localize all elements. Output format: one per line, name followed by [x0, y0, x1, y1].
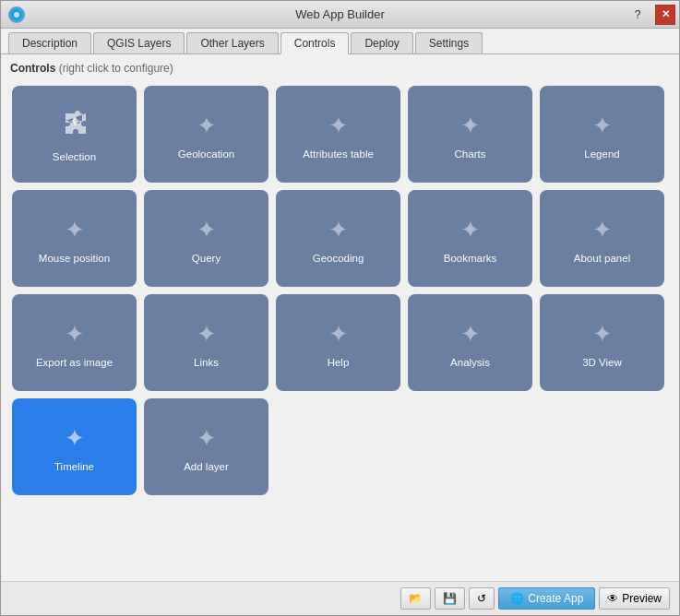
puzzle-icon-links: ✦: [197, 319, 217, 349]
puzzle-icon-help: ✦: [328, 319, 349, 349]
preview-label: Preview: [622, 592, 662, 605]
control-label-bookmarks: Bookmarks: [444, 252, 497, 266]
puzzle-icon-export: ✦: [65, 319, 85, 349]
control-label-legend: Legend: [584, 148, 619, 161]
tabs-bar: Description QGIS Layers Other Layers Con…: [1, 29, 679, 54]
create-app-button[interactable]: 🌐 Create App: [498, 587, 595, 610]
puzzle-icon-geolocation: ✦: [197, 111, 217, 140]
control-3d-view[interactable]: ✦ 3D View: [540, 294, 664, 391]
control-mouse-position[interactable]: ✦ Mouse position: [12, 190, 137, 287]
main-window: Web App Builder ? ✕ Description QGIS Lay…: [0, 0, 680, 616]
open-icon: 📂: [409, 592, 423, 605]
control-geolocation[interactable]: ✦ Geolocation: [144, 86, 268, 183]
control-label-export: Export as image: [36, 356, 113, 370]
control-label-charts: Charts: [455, 148, 486, 161]
puzzle-icon-legend: ✦: [592, 111, 613, 140]
control-legend[interactable]: ✦ Legend: [540, 86, 664, 183]
control-help[interactable]: ✦ Help: [276, 294, 400, 391]
control-label-timeline: Timeline: [54, 460, 94, 474]
title-controls: ? ✕: [655, 5, 675, 25]
puzzle-icon-analysis: ✦: [460, 319, 481, 349]
open-button[interactable]: 📂: [400, 587, 431, 610]
app-icon: [8, 6, 25, 23]
control-selection[interactable]: ✦ Selection: [12, 86, 137, 183]
preview-button[interactable]: 👁 Preview: [599, 587, 670, 610]
tab-settings[interactable]: Settings: [415, 32, 483, 53]
control-label-selection: Selection: [53, 150, 96, 164]
controls-grid: ✦ Selection ✦ Geolocation ✦ Attributes t…: [10, 82, 666, 499]
save-icon: 💾: [443, 592, 457, 605]
tab-qgis-layers[interactable]: QGIS Layers: [93, 32, 185, 53]
puzzle-icon-bookmarks: ✦: [460, 215, 481, 244]
control-query[interactable]: ✦ Query: [144, 190, 268, 287]
control-label-add-layer: Add layer: [184, 460, 229, 474]
grid-scroll-container: ✦ Selection ✦ Geolocation ✦ Attributes t…: [10, 82, 670, 574]
control-timeline[interactable]: ✦ Timeline: [12, 398, 137, 495]
control-analysis[interactable]: ✦ Analysis: [408, 294, 532, 391]
undo-icon: ↺: [477, 592, 486, 605]
puzzle-icon-selection: ✦: [61, 109, 89, 143]
control-label-about: About panel: [574, 252, 630, 266]
control-attributes-table[interactable]: ✦ Attributes table: [276, 86, 400, 183]
control-label-mouse: Mouse position: [39, 252, 110, 266]
control-charts[interactable]: ✦ Charts: [408, 86, 532, 183]
help-button[interactable]: ?: [627, 5, 648, 25]
create-app-label: Create App: [528, 592, 583, 605]
bottom-bar: 📂 💾 ↺ 🌐 Create App 👁 Preview: [1, 581, 679, 615]
title-bar: Web App Builder ? ✕: [1, 1, 679, 29]
close-button[interactable]: ✕: [655, 5, 675, 25]
control-geocoding[interactable]: ✦ Geocoding: [276, 190, 400, 287]
control-add-layer[interactable]: ✦ Add layer: [144, 398, 268, 495]
globe-icon: 🌐: [510, 592, 524, 605]
tab-other-layers[interactable]: Other Layers: [186, 32, 278, 53]
puzzle-icon-attributes: ✦: [328, 111, 349, 140]
puzzle-icon-timeline: ✦: [65, 423, 85, 453]
puzzle-icon-mouse: ✦: [65, 215, 85, 244]
control-label-query: Query: [192, 252, 221, 266]
tab-description[interactable]: Description: [8, 32, 91, 53]
tab-deploy[interactable]: Deploy: [351, 32, 412, 53]
puzzle-icon-3dview: ✦: [592, 319, 613, 349]
control-label-geolocation: Geolocation: [178, 148, 234, 161]
control-label-help: Help: [328, 356, 350, 370]
control-bookmarks[interactable]: ✦ Bookmarks: [408, 190, 532, 287]
section-title: Controls (right click to configure): [10, 62, 670, 75]
puzzle-icon-add-layer: ✦: [197, 423, 217, 453]
preview-icon: 👁: [607, 592, 618, 605]
control-label-geocoding: Geocoding: [313, 252, 364, 266]
control-label-links: Links: [194, 356, 219, 370]
control-label-3dview: 3D View: [582, 356, 622, 370]
svg-point-1: [14, 12, 19, 18]
control-label-attributes: Attributes table: [303, 148, 374, 161]
puzzle-icon-query: ✦: [197, 215, 217, 244]
undo-button[interactable]: ↺: [469, 587, 495, 610]
puzzle-icon-charts: ✦: [460, 111, 481, 140]
control-export-image[interactable]: ✦ Export as image: [12, 294, 137, 391]
save-button[interactable]: 💾: [435, 587, 465, 610]
window-title: Web App Builder: [295, 7, 385, 21]
tab-controls[interactable]: Controls: [280, 32, 350, 54]
content-area: Controls (right click to configure) ✦ Se…: [1, 54, 679, 581]
puzzle-icon-about: ✦: [592, 215, 613, 244]
svg-text:✦: ✦: [67, 113, 81, 131]
puzzle-icon-geocoding: ✦: [328, 215, 349, 244]
grid-container[interactable]: ✦ Selection ✦ Geolocation ✦ Attributes t…: [10, 82, 670, 574]
control-links[interactable]: ✦ Links: [144, 294, 268, 391]
control-about-panel[interactable]: ✦ About panel: [540, 190, 664, 287]
control-label-analysis: Analysis: [450, 356, 490, 370]
